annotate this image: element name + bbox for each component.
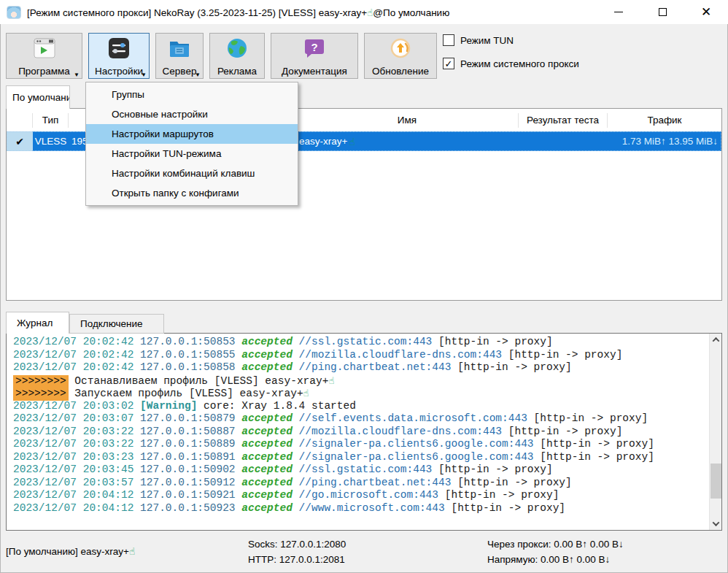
menu-item-1[interactable]: Основные настройки xyxy=(86,104,298,124)
dropdown-arrow-icon: ▼ xyxy=(141,72,147,78)
tun-mode-checkbox-label: Режим TUN xyxy=(460,35,514,46)
log-line: >>>>>>>> Останавливаем профиль [VLESS] e… xyxy=(13,374,721,388)
status-proxy-addresses: Socks: 127.0.0.1:2080 HTTP: 127.0.0.1:20… xyxy=(248,537,346,567)
menu-item-4[interactable]: Настройки комбинаций клавиш xyxy=(86,164,298,183)
system-proxy-checkbox[interactable]: ✓ Режим системного прокси xyxy=(443,58,579,69)
hand-cursor-icon: ☝ xyxy=(349,136,355,147)
log-line: >>>>>>>> Запускаем профиль [VLESS] easy-… xyxy=(13,387,721,400)
scrollbar-thumb[interactable] xyxy=(710,464,721,499)
log-line: 2023/12/07 20:03:07 127.0.0.1:50879 acce… xyxy=(13,412,721,426)
log-line: 2023/12/07 20:02:42 127.0.0.1:50853 acce… xyxy=(13,336,721,349)
server-row-checkmark: ✔ xyxy=(7,131,33,151)
log-line: 2023/12/07 20:02:42 127.0.0.1:50858 acce… xyxy=(13,361,721,374)
scroll-up-icon[interactable] xyxy=(710,334,722,346)
log-line: 2023/12/07 20:02:42 127.0.0.1:50855 acce… xyxy=(13,349,721,362)
menu-item-0[interactable]: Группы xyxy=(86,85,298,104)
maximize-button[interactable] xyxy=(648,0,677,24)
documentation-button-label: Документация xyxy=(282,66,347,77)
svg-text:?: ? xyxy=(311,41,317,53)
server-folder-icon xyxy=(168,36,191,60)
status-via-proxy: Через прокси: 0.00 B↑ 0.00 B↓ xyxy=(487,537,624,552)
hand-cursor-icon: ☝ xyxy=(129,545,135,557)
tab-log[interactable]: Журнал xyxy=(6,312,69,334)
log-panel: 2023/12/07 20:02:42 127.0.0.1:50853 acce… xyxy=(6,333,722,531)
server-row-type: VLESS xyxy=(33,131,69,151)
menu-item-3[interactable]: Настройки TUN-режима xyxy=(86,144,298,164)
status-bar: [По умолчанию] easy-xray+☝ Socks: 127.0.… xyxy=(0,531,728,573)
update-arrow-icon xyxy=(389,36,412,60)
tun-mode-checkbox-box[interactable] xyxy=(443,34,454,46)
mode-checkboxes: Режим TUN ✓ Режим системного прокси xyxy=(443,34,579,69)
status-socks: Socks: 127.0.0.1:2080 xyxy=(248,537,346,552)
column-header-test-result[interactable]: Результат теста xyxy=(519,113,608,128)
server-button-label: Сервер xyxy=(163,66,197,77)
server-row-test-result xyxy=(519,131,608,151)
update-button-label: Обновление xyxy=(372,66,429,77)
server-button[interactable]: Сервер ▼ xyxy=(155,33,204,79)
log-line: 2023/12/07 20:03:02 [Warning] core: Xray… xyxy=(13,400,721,413)
menu-item-2[interactable]: Настройки маршрутов xyxy=(86,124,298,144)
tun-mode-checkbox[interactable]: Режим TUN xyxy=(443,34,579,46)
minimize-button[interactable] xyxy=(604,0,633,24)
settings-menu: ГруппыОсновные настройкиНастройки маршру… xyxy=(85,82,298,206)
log-line: 2023/12/07 20:03:23 127.0.0.1:50891 acce… xyxy=(13,451,721,464)
program-button-label: Программа xyxy=(18,66,70,77)
status-http: HTTP: 127.0.0.1:2081 xyxy=(248,552,346,567)
settings-button[interactable]: Настройки ▼ xyxy=(88,33,150,79)
log-scrollbar[interactable] xyxy=(709,334,721,530)
server-row-name: easy-xray+☝ xyxy=(296,131,519,151)
menu-item-5[interactable]: Открыть папку с конфигами xyxy=(86,183,298,203)
close-button[interactable]: ✕ xyxy=(692,0,721,24)
log-line: 2023/12/07 20:03:45 127.0.0.1:50902 acce… xyxy=(13,464,721,477)
status-active-profile: [По умолчанию] easy-xray+☝ xyxy=(6,545,135,557)
ads-button[interactable]: Реклама xyxy=(209,33,265,79)
globe-icon xyxy=(225,36,249,60)
column-header-check[interactable] xyxy=(7,113,33,128)
status-traffic-counters: Через прокси: 0.00 B↑ 0.00 B↓ Напрямую: … xyxy=(487,537,624,567)
documentation-button[interactable]: ? Документация xyxy=(271,33,358,79)
log-lines: 2023/12/07 20:02:42 127.0.0.1:50853 acce… xyxy=(7,334,721,515)
hand-cursor-icon: ☝ xyxy=(328,375,334,386)
update-button[interactable]: Обновление xyxy=(364,33,437,79)
column-header-name[interactable]: Имя xyxy=(296,113,519,128)
log-tabs: Журнал Подключение xyxy=(6,312,164,334)
settings-sliders-icon xyxy=(107,36,131,60)
system-proxy-checkbox-label: Режим системного прокси xyxy=(460,58,579,69)
log-line: 2023/12/07 20:03:57 127.0.0.1:50912 acce… xyxy=(13,477,721,490)
server-row-traffic: 1.73 MiB↑ 13.95 MiB↓ xyxy=(608,131,721,151)
group-tab-default[interactable]: По умолчанию xyxy=(6,85,70,109)
title-bar: [Режим системного прокси] NekoRay (3.25-… xyxy=(0,0,728,24)
column-header-type[interactable]: Тип xyxy=(33,113,69,128)
program-window-icon xyxy=(33,36,56,60)
settings-button-label: Настройки xyxy=(95,66,143,77)
log-line: 2023/12/07 20:03:22 127.0.0.1:50889 acce… xyxy=(13,438,721,451)
hand-cursor-icon: ☝ xyxy=(303,388,309,399)
scroll-down-icon[interactable] xyxy=(710,518,722,530)
log-line: 2023/12/07 20:04:12 127.0.0.1:50921 acce… xyxy=(13,489,721,502)
dropdown-arrow-icon: ▼ xyxy=(74,72,80,78)
question-bubble-icon: ? xyxy=(303,36,326,60)
tab-connections[interactable]: Подключение xyxy=(69,314,164,334)
column-header-traffic[interactable]: Трафик xyxy=(608,113,721,128)
log-line: 2023/12/07 20:03:22 127.0.0.1:50887 acce… xyxy=(13,426,721,439)
dropdown-arrow-icon: ▼ xyxy=(195,72,201,78)
system-proxy-checkbox-box[interactable]: ✓ xyxy=(443,58,454,69)
log-line: 2023/12/07 20:04:12 127.0.0.1:50923 acce… xyxy=(13,502,721,515)
toolbar: Программа ▼ Настройки ▼ Сервер xyxy=(6,33,437,79)
ads-button-label: Реклама xyxy=(217,66,257,77)
program-button[interactable]: Программа ▼ xyxy=(6,33,82,79)
app-logo-icon xyxy=(7,6,21,19)
window-title: [Режим системного прокси] NekoRay (3.25-… xyxy=(27,7,449,18)
status-direct: Напрямую: 0.00 B↑ 0.00 B↓ xyxy=(487,552,624,567)
